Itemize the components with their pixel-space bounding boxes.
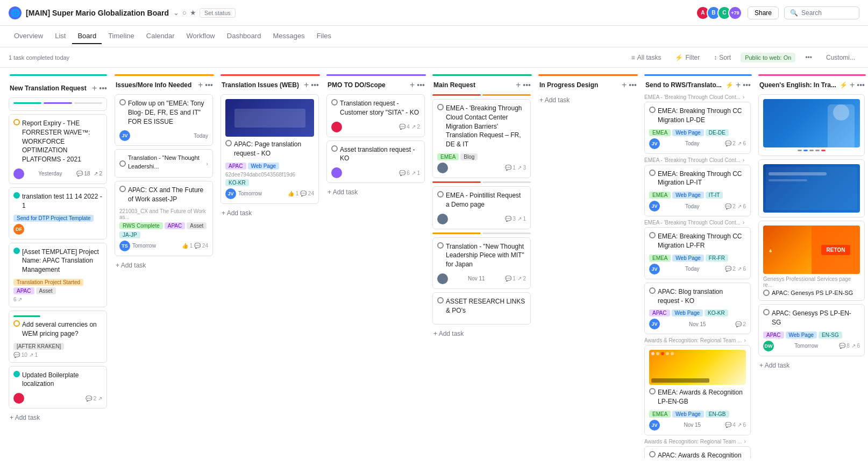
card-progress-bar[interactable] [9, 97, 107, 111]
list-icon: ≡ [631, 54, 635, 61]
column-queens-english: Queen's English: In Tra... ⚡ + ••• [758, 74, 866, 459]
col-add-pmo[interactable]: + [410, 80, 415, 90]
card-apac-page-translation[interactable]: APAC: Page translation request - KO APAC… [220, 94, 319, 204]
section-label-breaking-3: EMEA - 'Breaking Through Cloud Cont... › [644, 220, 751, 226]
card-queens-image-2[interactable] [758, 159, 865, 217]
chevron-right-icon: › [206, 160, 208, 167]
add-task-web[interactable]: + Add task [220, 207, 319, 219]
card-emea-cc-fr[interactable]: EMEA: Breaking Through CC Migration LP-F… [644, 227, 751, 279]
card-apac-cx[interactable]: APAC: CX and The Future of Work asset-JP… [115, 181, 213, 256]
tab-calendar[interactable]: Calendar [141, 29, 180, 44]
col-add-queens[interactable]: + [850, 80, 855, 90]
card-asset-translation-ko[interactable]: Asset translation request - KO 💬 6 ↗ 1 [326, 140, 425, 184]
col-more-issues[interactable]: ••• [205, 81, 213, 89]
more-options-btn[interactable]: ••• [801, 52, 816, 63]
col-more-pmo[interactable]: ••• [417, 81, 425, 89]
col-header-issues: Issues/More Info Needed + ••• [115, 80, 214, 90]
card-avatar: TS [119, 241, 130, 251]
tab-timeline[interactable]: Timeline [103, 29, 140, 44]
card-asset-research[interactable]: ASSET RESEARCH LINKS & PO's [432, 292, 531, 325]
card-emea-cc-it[interactable]: EMEA: Breaking Through CC Migration LP-I… [644, 165, 751, 217]
col-add-rws[interactable]: + [736, 80, 741, 90]
card-translation-test[interactable]: translation test 11 14 2022 - 1 Send for… [9, 187, 107, 239]
card-apac-blog-ko[interactable]: APAC: Blog translation request - KO APAC… [644, 283, 751, 335]
status-icon [649, 170, 656, 176]
star-icon-rws: ⚡ [725, 81, 734, 89]
column-translation-issues-web: Translation Issues (WEB) + ••• APAC: Pag… [220, 74, 320, 459]
add-task-new-translation[interactable]: + Add task [9, 412, 107, 424]
card-avatar: DW [763, 341, 774, 351]
card-add-currencies[interactable]: Add several currencies on WEM pricing pa… [9, 311, 107, 363]
tab-workflow[interactable]: Workflow [181, 29, 220, 44]
card-avatar [331, 122, 342, 132]
tab-overview[interactable]: Overview [9, 29, 48, 44]
card-queens-image-1[interactable] [758, 94, 865, 156]
all-tasks-btn[interactable]: ≡ All tasks [627, 52, 666, 63]
add-task-queens[interactable]: + Add task [758, 360, 865, 371]
card-report-expiry[interactable]: Report Expiry - THE FORRESTER WAVE™: WOR… [9, 114, 107, 184]
customize-btn[interactable]: Customi... [822, 52, 859, 63]
card-avatar [13, 393, 24, 404]
add-task-issues[interactable]: + Add task [115, 259, 213, 271]
col-cards-new-translation: Report Expiry - THE FORRESTER WAVE™: WOR… [9, 97, 108, 459]
card-translation-mit[interactable]: Translation - "New Thought Leadership Pi… [432, 237, 531, 289]
col-add-issues[interactable]: + [198, 80, 203, 90]
tab-list[interactable]: List [49, 29, 71, 44]
share-button[interactable]: Share [748, 6, 779, 19]
col-add-inprogress[interactable]: + [622, 80, 627, 90]
status-icon [437, 242, 444, 249]
col-add-new-translation[interactable]: + [92, 83, 97, 93]
col-add-main[interactable]: + [516, 80, 521, 90]
search-box[interactable]: 🔍 Search [784, 6, 859, 19]
card-boilerplate[interactable]: Updated Boilerplate localization 💬 2 ↗ [9, 366, 107, 409]
card-customer-story-sita[interactable]: Translation request - Customer story "SI… [326, 94, 425, 137]
column-pmo: PMO TO DO/Scope + ••• Translation reques… [326, 74, 426, 459]
public-badge[interactable]: Public to web: On [741, 53, 795, 62]
col-more-web[interactable]: ••• [311, 81, 319, 89]
col-more-main[interactable]: ••• [523, 81, 531, 89]
col-title-row-new-translation: New Translation Request + ••• [9, 83, 108, 93]
tab-files[interactable]: Files [311, 29, 337, 44]
filter-icon: ⚡ [675, 54, 683, 61]
card-asset-template[interactable]: [Asset TEMPLATE] Project Name: APAC Tran… [9, 243, 107, 307]
add-task-pmo[interactable]: + Add task [326, 186, 425, 198]
card-tony-blog[interactable]: Follow up on "EMEA: Tony Blog- DE, FR, E… [115, 94, 213, 146]
subtask-icon: ↗ 2 [94, 171, 102, 177]
status-icon [331, 145, 338, 152]
card-emea-awards-gb[interactable]: EMEA: Awards & Recognition LP-EN-GB EMEA… [644, 345, 751, 435]
card-emea-pointillist[interactable]: EMEA - Pointillist Request a Demo page 💬… [432, 186, 531, 229]
col-more-inprogress[interactable]: ••• [629, 81, 637, 89]
add-task-inprogress[interactable]: + Add task [538, 94, 637, 106]
card-image-1 [763, 99, 860, 147]
chevron-down-icon[interactable]: ⌄ [173, 9, 179, 17]
card-thought-leadership[interactable]: Translation - "New Thought Leadershi... … [115, 149, 213, 178]
col-add-web[interactable]: + [304, 80, 309, 90]
card-avatar [437, 163, 448, 173]
filter-btn[interactable]: ⚡ Filter [671, 52, 704, 63]
card-image-2 [763, 164, 860, 213]
card-apac-awards[interactable]: APAC: Awards & Recognition LP-... [644, 446, 751, 459]
card-apac-genesys[interactable]: APAC: Genesys PS LP-EN-SG APAC Web Page … [758, 304, 865, 356]
tab-messages[interactable]: Messages [267, 29, 310, 44]
top-header: 🌐 [MAIN] Super Mario Globalization Board… [0, 0, 868, 26]
tab-dashboard[interactable]: Dashboard [222, 29, 267, 44]
card-emea-cc-de[interactable]: EMEA: Breaking Through CC Migration LP-D… [644, 102, 751, 154]
status-icon [649, 388, 656, 394]
header-left: 🌐 [MAIN] Super Mario Globalization Board… [9, 6, 236, 19]
circle-icon[interactable]: ○ [182, 9, 187, 17]
star-icon[interactable]: ★ [190, 9, 196, 17]
col-more-new-translation[interactable]: ••• [99, 84, 107, 93]
header-right: A B C +79 Share 🔍 Search [696, 6, 859, 20]
card-tags: [AFTER KRAKEN] [13, 343, 102, 350]
add-task-main[interactable]: + Add task [432, 328, 531, 340]
globe-icon: 🌐 [9, 6, 22, 19]
tab-board[interactable]: Board [72, 29, 102, 44]
card-genesys-ps-preview[interactable]: RETON 🔥 Genesys Professional Services pa… [758, 221, 865, 301]
status-icon [119, 160, 126, 167]
col-more-queens[interactable]: ••• [857, 81, 865, 89]
col-more-rws[interactable]: ••• [743, 81, 751, 89]
sort-btn[interactable]: ↕ Sort [709, 52, 735, 63]
card-avatar: JV [649, 420, 660, 431]
set-status-btn[interactable]: Set status [200, 8, 236, 18]
card-emea-breaking[interactable]: EMEA - 'Breaking Through Cloud Contact C… [432, 99, 531, 178]
